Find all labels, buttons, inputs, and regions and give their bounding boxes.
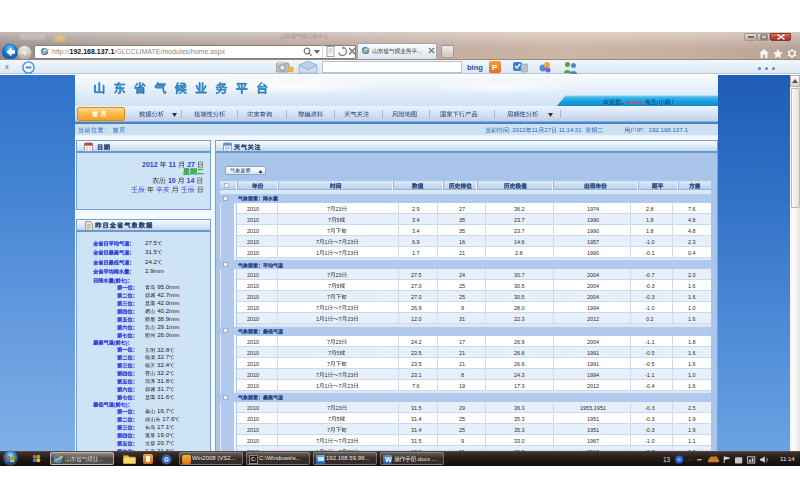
svg-text:-1.0: -1.0 — [645, 438, 654, 444]
svg-text:7: 7 — [338, 438, 341, 444]
svg-text:1955,1951: 1955,1951 — [580, 405, 606, 411]
svg-text:26.9: 26.9 — [411, 305, 422, 311]
svg-text:1991: 1991 — [587, 349, 599, 355]
svg-text:1: 1 — [324, 383, 327, 389]
svg-text:2010: 2010 — [247, 416, 259, 422]
svg-text:7: 7 — [338, 316, 341, 322]
svg-text:25: 25 — [459, 294, 465, 300]
svg-text:1: 1 — [324, 239, 327, 245]
svg-text:1: 1 — [316, 250, 319, 256]
svg-text:2010: 2010 — [247, 338, 259, 344]
svg-text:29.1mm: 29.1mm — [155, 323, 179, 330]
svg-text:(: ( — [114, 402, 116, 408]
svg-text:-0.3: -0.3 — [645, 294, 654, 300]
svg-text:1: 1 — [324, 371, 327, 377]
svg-text:40.2mm: 40.2mm — [155, 307, 179, 314]
svg-text:19.0: 19.0 — [155, 432, 169, 439]
svg-text:22.3: 22.3 — [514, 316, 525, 322]
svg-text:24.2: 24.2 — [411, 338, 422, 344]
svg-text:2.9mm: 2.9mm — [145, 267, 164, 274]
svg-text:): ) — [126, 339, 128, 345]
svg-text:1: 1 — [324, 316, 327, 322]
svg-text:1994: 1994 — [587, 371, 599, 377]
svg-text:20.7: 20.7 — [155, 439, 169, 446]
svg-text:31.4: 31.4 — [411, 416, 422, 422]
svg-text:: 2012: : 2012 — [509, 127, 526, 133]
svg-text:1: 1 — [324, 250, 327, 256]
svg-text:25: 25 — [459, 416, 465, 422]
svg-text:2010: 2010 — [247, 371, 259, 377]
svg-text:7: 7 — [328, 416, 331, 422]
svg-text:1990: 1990 — [587, 217, 599, 223]
svg-text:30.7: 30.7 — [514, 272, 525, 278]
svg-text:1994: 1994 — [587, 305, 599, 311]
svg-text:13: 13 — [663, 456, 671, 463]
svg-text:17.3: 17.3 — [514, 383, 525, 389]
svg-text:27.0: 27.0 — [411, 283, 422, 289]
svg-text:-0.3: -0.3 — [645, 405, 654, 411]
svg-text:-0.3: -0.3 — [645, 427, 654, 433]
svg-text:7.6: 7.6 — [688, 206, 696, 212]
svg-text:2.8: 2.8 — [515, 250, 523, 256]
svg-text:7: 7 — [338, 383, 341, 389]
svg-text:7: 7 — [327, 272, 330, 278]
svg-text:9: 9 — [461, 438, 464, 444]
svg-text:31.6: 31.6 — [155, 393, 169, 400]
svg-text:1967: 1967 — [587, 438, 599, 444]
svg-text:1974: 1974 — [587, 206, 599, 212]
svg-text:5: 5 — [337, 283, 340, 289]
svg-text:2.8: 2.8 — [646, 206, 654, 212]
svg-text:31.8: 31.8 — [155, 378, 169, 385]
svg-text:7: 7 — [328, 217, 331, 223]
svg-text:1.6: 1.6 — [688, 349, 696, 355]
svg-text:23: 23 — [335, 272, 341, 278]
svg-text:7: 7 — [327, 228, 330, 234]
svg-text:2012: 2012 — [142, 161, 158, 168]
svg-text:7.6: 7.6 — [412, 383, 420, 389]
svg-text:28.0: 28.0 — [514, 305, 525, 311]
svg-text:35.3: 35.3 — [514, 416, 525, 422]
svg-text:2010: 2010 — [247, 283, 259, 289]
svg-text:2.3: 2.3 — [688, 239, 696, 245]
svg-text:1990: 1990 — [587, 250, 599, 256]
svg-text:23: 23 — [335, 338, 341, 344]
svg-text:6.9: 6.9 — [412, 239, 420, 245]
svg-text:7: 7 — [327, 427, 330, 433]
svg-text:2010: 2010 — [247, 305, 259, 311]
svg-text:32.8: 32.8 — [155, 346, 169, 353]
svg-text:29: 29 — [459, 405, 465, 411]
svg-text:23.1: 23.1 — [411, 371, 422, 377]
svg-text:42.7mm: 42.7mm — [155, 292, 179, 299]
svg-text:9: 9 — [461, 305, 464, 311]
svg-text:1957: 1957 — [587, 239, 599, 245]
svg-text:2010: 2010 — [247, 228, 259, 234]
svg-text:7: 7 — [327, 338, 330, 344]
svg-text:0.2: 0.2 — [646, 316, 654, 322]
svg-text:2010: 2010 — [247, 294, 259, 300]
svg-text:7: 7 — [316, 371, 319, 377]
svg-text:192.168.137.1: 192.168.137.1 — [648, 126, 688, 133]
svg-text:2010: 2010 — [247, 405, 259, 411]
svg-text:3.4: 3.4 — [412, 228, 420, 234]
svg-text:26.9: 26.9 — [514, 338, 525, 344]
svg-text:-0.7: -0.7 — [645, 272, 654, 278]
svg-text:2010: 2010 — [247, 250, 259, 256]
svg-text:1.6: 1.6 — [688, 360, 696, 366]
svg-text:): ) — [126, 277, 128, 283]
svg-text:...: ... — [98, 456, 103, 462]
svg-text:23.7: 23.7 — [514, 217, 525, 223]
svg-text:7: 7 — [338, 250, 341, 256]
svg-text:31.5: 31.5 — [145, 249, 158, 256]
svg-text:16.7: 16.7 — [155, 408, 169, 415]
svg-text:26.0mm: 26.0mm — [155, 331, 179, 338]
svg-text:21: 21 — [459, 349, 465, 355]
svg-text:32.7: 32.7 — [155, 354, 169, 361]
svg-text:1991: 1991 — [587, 360, 599, 366]
svg-text:): ) — [126, 402, 128, 408]
svg-text:2010: 2010 — [247, 217, 259, 223]
svg-text:14.6: 14.6 — [514, 239, 525, 245]
svg-text:IP: IP — [636, 126, 642, 133]
svg-text:7: 7 — [327, 405, 330, 411]
svg-text:/: / — [657, 99, 659, 105]
svg-text:1.6: 1.6 — [688, 294, 696, 300]
